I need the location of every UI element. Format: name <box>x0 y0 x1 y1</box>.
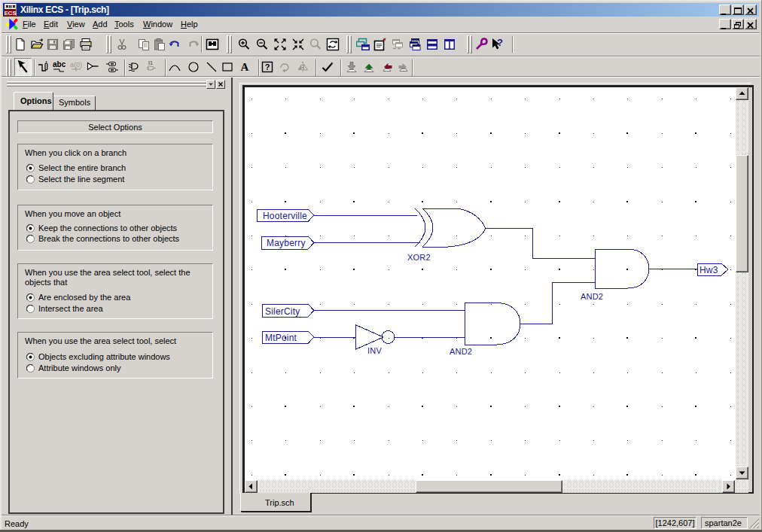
svg-text:Hooterville: Hooterville <box>263 211 307 221</box>
svg-text:Hw3: Hw3 <box>700 265 718 275</box>
svg-text:?: ? <box>497 38 503 48</box>
svg-text:AND2: AND2 <box>581 292 603 301</box>
svg-text:abc: abc <box>53 60 66 68</box>
svg-text:XOR2: XOR2 <box>407 253 431 262</box>
svg-text:?: ? <box>265 62 270 71</box>
svg-text:A: A <box>241 61 249 73</box>
svg-text:INV: INV <box>367 346 382 355</box>
svg-text:AND2: AND2 <box>450 347 472 356</box>
svg-text:SilerCity: SilerCity <box>265 306 300 317</box>
svg-text:I1: I1 <box>148 60 153 65</box>
svg-text:MtPoint: MtPoint <box>265 333 297 343</box>
svg-text:ECS: ECS <box>5 10 17 17</box>
svg-text:Mayberry: Mayberry <box>267 238 306 248</box>
